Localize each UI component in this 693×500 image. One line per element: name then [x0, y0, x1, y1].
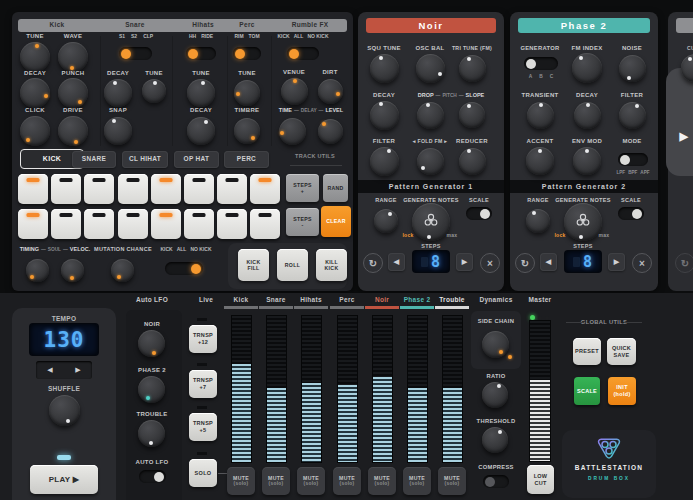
- kick-fill-button[interactable]: KICKFILL: [238, 249, 269, 281]
- mute-button-phase-2[interactable]: MUTE(solo): [403, 467, 431, 495]
- trnsp-+7-button[interactable]: TRNSP+7: [189, 370, 217, 398]
- mute-button-snare[interactable]: MUTE(solo): [262, 467, 290, 495]
- step-pad-16[interactable]: [250, 209, 280, 239]
- pg1-range-knob[interactable]: [374, 209, 398, 233]
- preset-button[interactable]: PRESET: [573, 338, 601, 365]
- edge-regenerate-button[interactable]: ↻: [675, 253, 693, 273]
- shuffle-knob[interactable]: [49, 395, 80, 426]
- snare-snap-knob[interactable]: [104, 117, 132, 145]
- phase2-generator-toggle[interactable]: [524, 57, 558, 70]
- mute-button-noir[interactable]: MUTE(solo): [368, 467, 396, 495]
- rumble-venue-knob[interactable]: [281, 78, 308, 105]
- side-chain-knob[interactable]: [482, 331, 509, 358]
- hihat-tune-knob[interactable]: [187, 79, 215, 107]
- phase2-decay-knob[interactable]: [574, 102, 601, 129]
- timing-knob[interactable]: [26, 259, 49, 282]
- mute-button-kick[interactable]: MUTE(solo): [227, 467, 255, 495]
- hihat-decay-knob[interactable]: [187, 117, 215, 145]
- phase2-fm-index-knob[interactable]: [572, 53, 602, 83]
- rand-button[interactable]: RAND: [323, 174, 348, 202]
- pg2-scale-toggle[interactable]: [618, 207, 644, 220]
- track-tab-op-hat[interactable]: OP HAT: [174, 151, 219, 168]
- noir-reducer-knob[interactable]: [459, 148, 486, 175]
- panel-expander-tab[interactable]: [666, 68, 693, 176]
- phase2-accent-knob[interactable]: [526, 147, 554, 175]
- step-pad-1[interactable]: [18, 174, 48, 204]
- mute-button-perc[interactable]: MUTE(solo): [333, 467, 361, 495]
- kick-drive-knob[interactable]: [58, 116, 88, 146]
- pg1-steps-down-button[interactable]: ◀: [388, 253, 405, 271]
- pg1-steps-up-button[interactable]: ▶: [456, 253, 473, 271]
- threshold-knob[interactable]: [482, 427, 508, 453]
- steps-button[interactable]: STEPS-: [286, 208, 319, 236]
- step-pad-8[interactable]: [250, 174, 280, 204]
- pg1-generate-notes-knob[interactable]: [412, 203, 450, 241]
- rumble-mode-toggle[interactable]: [287, 47, 319, 60]
- pg1-regenerate-button[interactable]: ↻: [363, 253, 383, 273]
- play-button[interactable]: PLAY ▶: [30, 465, 98, 494]
- pg2-generate-notes-knob[interactable]: [564, 203, 602, 241]
- step-pad-4[interactable]: [118, 174, 148, 204]
- steps-+-button[interactable]: STEPS+: [286, 174, 319, 202]
- rumble-delay-level-knob[interactable]: [318, 119, 343, 144]
- mutation-chance-knob[interactable]: [111, 259, 134, 282]
- tempo-down-button[interactable]: ◀: [36, 361, 64, 379]
- perc-timbre-knob[interactable]: [234, 118, 260, 144]
- phase2-mode-toggle[interactable]: [618, 153, 648, 166]
- phase2-env-mod-knob[interactable]: [573, 147, 601, 175]
- step-pad-14[interactable]: [184, 209, 214, 239]
- step-pad-15[interactable]: [217, 209, 247, 239]
- noir-fold-fm-knob[interactable]: [417, 148, 444, 175]
- step-pad-9[interactable]: [18, 209, 48, 239]
- mute-button-trouble[interactable]: MUTE(solo): [438, 467, 466, 495]
- mute-button-hihats[interactable]: MUTE(solo): [297, 467, 325, 495]
- step-pad-11[interactable]: [84, 209, 114, 239]
- kick-punch-knob[interactable]: [58, 78, 88, 108]
- step-pad-7[interactable]: [217, 174, 247, 204]
- pg1-clear-pattern-button[interactable]: ×: [480, 253, 500, 273]
- ratio-knob[interactable]: [482, 382, 508, 408]
- trnsp-+5-button[interactable]: TRNSP+5: [189, 413, 217, 441]
- pg2-clear-pattern-button[interactable]: ×: [632, 253, 652, 273]
- step-pad-5[interactable]: [151, 174, 181, 204]
- step-pad-6[interactable]: [184, 174, 214, 204]
- snare-tune-knob[interactable]: [142, 79, 166, 103]
- scale-button[interactable]: SCALE: [574, 377, 600, 405]
- track-tab-cl-hihat[interactable]: CL HIHAT: [122, 151, 168, 168]
- velocity-knob[interactable]: [61, 259, 84, 282]
- kick-click-knob[interactable]: [20, 116, 50, 146]
- lfo-trouble-knob[interactable]: [138, 420, 165, 447]
- pg2-regenerate-button[interactable]: ↻: [515, 253, 535, 273]
- lfo-phase-2-knob[interactable]: [138, 376, 165, 403]
- pg1-scale-toggle[interactable]: [466, 207, 492, 220]
- phase2-noise-knob[interactable]: [619, 55, 646, 82]
- trnsp-+12-button[interactable]: TRNSP+12: [189, 325, 217, 353]
- pg2-steps-up-button[interactable]: ▶: [608, 253, 625, 271]
- perc-tune-knob[interactable]: [234, 80, 260, 106]
- noir-filter-knob[interactable]: [370, 147, 399, 176]
- pg2-steps-down-button[interactable]: ◀: [540, 253, 557, 271]
- tempo-up-button[interactable]: ▶: [64, 361, 92, 379]
- rumble-dirt-knob[interactable]: [318, 79, 343, 104]
- solo-button[interactable]: SOLO: [189, 459, 217, 487]
- noir-tri-tune-fm-knob[interactable]: [459, 55, 486, 82]
- kick-mode-toggle[interactable]: [165, 262, 203, 275]
- rumble-delay-time-knob[interactable]: [279, 118, 306, 145]
- noir-slope-knob[interactable]: [459, 102, 485, 128]
- track-tab-perc[interactable]: PERC: [224, 151, 269, 168]
- perc-mode-toggle[interactable]: [233, 47, 261, 60]
- step-pad-3[interactable]: [84, 174, 114, 204]
- noir-osc-bal-knob[interactable]: [416, 54, 445, 83]
- snare-decay-knob[interactable]: [104, 79, 132, 107]
- low-cut-button[interactable]: LOWCUT: [527, 465, 554, 494]
- noir-drop-knob[interactable]: [417, 102, 444, 129]
- phase2-filter-knob[interactable]: [619, 102, 646, 129]
- kill-kick-button[interactable]: KILLKICK: [316, 249, 347, 281]
- noir-squ-tune-knob[interactable]: [370, 54, 399, 83]
- snare-mode-toggle[interactable]: [119, 47, 152, 60]
- kick-tune-knob[interactable]: [20, 42, 50, 72]
- quick-save-button[interactable]: QUICKSAVE: [607, 338, 636, 365]
- compress-toggle[interactable]: [483, 475, 509, 488]
- auto-lfo-toggle[interactable]: [139, 470, 166, 483]
- roll-button[interactable]: ROLL: [277, 249, 308, 281]
